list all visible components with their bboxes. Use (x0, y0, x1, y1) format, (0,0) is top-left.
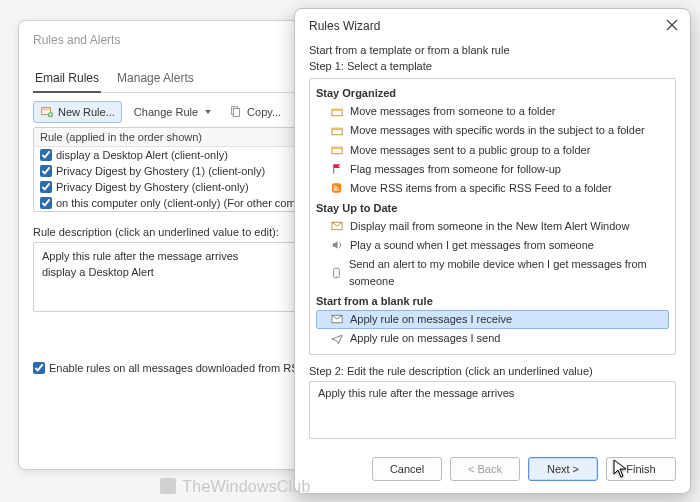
rule-text: Privacy Digest by Ghostery (1) (client-o… (56, 165, 265, 177)
rule-checkbox[interactable] (40, 165, 52, 177)
next-button[interactable]: Next > (528, 457, 598, 481)
template-item[interactable]: Move messages from someone to a folder (316, 102, 669, 121)
wizard-title: Rules Wizard (309, 19, 380, 33)
svg-point-12 (333, 189, 335, 191)
template-item[interactable]: Move RSS items from a specific RSS Feed … (316, 179, 669, 198)
new-rule-icon (40, 105, 54, 119)
change-rule-button[interactable]: Change Rule (128, 103, 217, 121)
step2-text: Apply this rule after the message arrive… (318, 387, 514, 399)
rule-checkbox[interactable] (40, 197, 52, 209)
folder-move-icon (330, 106, 344, 118)
group-stay-organized: Stay Organized (316, 85, 669, 102)
watermark-text: TheWindowsClub (182, 478, 310, 495)
rule-checkbox[interactable] (40, 181, 52, 193)
template-label: Move messages with specific words in the… (350, 122, 645, 139)
close-button[interactable] (666, 17, 678, 35)
template-list[interactable]: Stay Organized Move messages from someon… (309, 78, 676, 355)
group-blank-rule: Start from a blank rule (316, 293, 669, 310)
template-label: Move messages sent to a public group to … (350, 142, 590, 159)
group-stay-uptodate: Stay Up to Date (316, 200, 669, 217)
rss-label: Enable rules on all messages downloaded … (49, 362, 316, 374)
folder-move-icon (330, 144, 344, 156)
rules-wizard-dialog: Rules Wizard Start from a template or fr… (294, 8, 691, 494)
template-label: Send an alert to my mobile device when I… (349, 256, 667, 290)
template-label: Apply rule on messages I receive (350, 311, 512, 328)
sound-icon (330, 239, 344, 251)
rule-text: display a Desktop Alert (client-only) (56, 149, 228, 161)
tab-email-rules[interactable]: Email Rules (33, 67, 101, 93)
template-item[interactable]: Send an alert to my mobile device when I… (316, 255, 669, 291)
template-item[interactable]: Move messages with specific words in the… (316, 121, 669, 140)
svg-rect-1 (43, 109, 50, 111)
template-item[interactable]: Apply rule on messages I send (316, 329, 669, 348)
template-label: Display mail from someone in the New Ite… (350, 218, 629, 235)
step2-description[interactable]: Apply this rule after the message arrive… (309, 381, 676, 439)
svg-rect-10 (331, 147, 341, 149)
intro-text: Start from a template or from a blank ru… (309, 43, 676, 58)
template-item[interactable]: Move messages sent to a public group to … (316, 141, 669, 160)
step2-label: Step 2: Edit the rule description (click… (309, 365, 676, 377)
rule-text: on this computer only (client-only) (For… (56, 197, 321, 209)
titlebar: Rules Wizard (295, 9, 690, 39)
template-label: Move messages from someone to a folder (350, 103, 555, 120)
svg-point-15 (336, 276, 337, 277)
flag-icon (330, 163, 344, 175)
wizard-body: Start from a template or from a blank ru… (295, 39, 690, 447)
new-rule-label: New Rule... (58, 106, 115, 118)
watermark: TheWindowsClub (160, 478, 311, 496)
envelope-out-icon (330, 333, 344, 345)
tab-manage-alerts[interactable]: Manage Alerts (115, 67, 196, 92)
back-button[interactable]: < Back (450, 457, 520, 481)
cancel-button[interactable]: Cancel (372, 457, 442, 481)
template-item[interactable]: Play a sound when I get messages from so… (316, 236, 669, 255)
template-item[interactable]: Display mail from someone in the New Ite… (316, 217, 669, 236)
template-label: Play a sound when I get messages from so… (350, 237, 594, 254)
template-label: Move RSS items from a specific RSS Feed … (350, 180, 612, 197)
svg-rect-11 (331, 183, 340, 192)
rule-text: Privacy Digest by Ghostery (client-only) (56, 181, 249, 193)
template-item-selected[interactable]: Apply rule on messages I receive (316, 310, 669, 329)
wizard-buttons: Cancel < Back Next > Finish (295, 447, 690, 493)
svg-rect-6 (331, 109, 341, 111)
copy-button[interactable]: Copy... (223, 102, 287, 122)
watermark-icon (160, 478, 176, 494)
template-item[interactable]: Flag messages from someone for follow-up (316, 160, 669, 179)
envelope-in-icon (330, 313, 344, 325)
step1-label: Step 1: Select a template (309, 60, 676, 72)
copy-icon (229, 105, 243, 119)
svg-rect-8 (331, 128, 341, 130)
mobile-icon (330, 267, 343, 279)
rss-checkbox[interactable] (33, 362, 45, 374)
svg-rect-4 (233, 109, 239, 117)
template-label: Apply rule on messages I send (350, 330, 500, 347)
new-rule-button[interactable]: New Rule... (33, 101, 122, 123)
rss-icon (330, 182, 344, 194)
copy-label: Copy... (247, 106, 281, 118)
rule-checkbox[interactable] (40, 149, 52, 161)
folder-move-icon (330, 125, 344, 137)
template-label: Flag messages from someone for follow-up (350, 161, 561, 178)
alert-icon (330, 220, 344, 232)
finish-button[interactable]: Finish (606, 457, 676, 481)
